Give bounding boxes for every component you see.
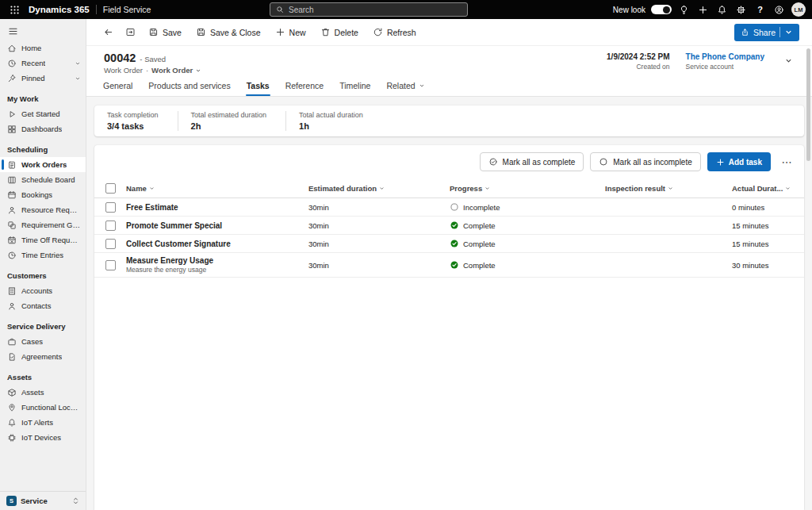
service-account-link[interactable]: The Phone Company: [686, 52, 764, 61]
row-checkbox[interactable]: [105, 220, 116, 231]
progress-cell[interactable]: Complete: [450, 239, 605, 248]
column-header-estimated-duration[interactable]: Estimated duration: [308, 184, 450, 193]
sidebar-item-recent[interactable]: Recent: [0, 56, 86, 71]
column-header-progress[interactable]: Progress: [450, 184, 605, 193]
chevron-down-icon: [419, 82, 425, 89]
tab-timeline[interactable]: Timeline: [332, 77, 377, 96]
person-icon[interactable]: [772, 2, 786, 17]
site-map-sidebar: Home Recent Pinned My Work Get Started D…: [0, 19, 86, 510]
scrollbar-thumb[interactable]: [806, 48, 810, 161]
sidebar-item-time-entries[interactable]: Time Entries: [0, 247, 86, 263]
sidebar-item-pinned[interactable]: Pinned: [0, 71, 86, 86]
task-name[interactable]: Promote Summer Special: [126, 221, 308, 230]
sidebar-item-label: Contacts: [21, 301, 52, 310]
mark-all-incomplete-button[interactable]: Mark all as incomplete: [590, 152, 700, 171]
delete-button[interactable]: Delete: [314, 22, 365, 43]
sidebar-item-label: Accounts: [21, 286, 52, 295]
save-and-close-button[interactable]: Save & Close: [190, 22, 267, 43]
help-icon[interactable]: ?: [753, 2, 767, 17]
sidebar-item-iot-devices[interactable]: IoT Devices: [0, 430, 86, 445]
sidebar-item-schedule-board[interactable]: Schedule Board: [0, 172, 86, 187]
app-launcher-button[interactable]: [6, 2, 22, 17]
assets-icon: [7, 388, 17, 397]
sort-chevron-icon: [149, 186, 155, 191]
sidebar-item-functional-locations[interactable]: Functional Locations: [0, 400, 86, 415]
stat-label: Task completion: [107, 111, 159, 119]
sidebar-item-label: Dashboards: [21, 125, 62, 133]
avatar[interactable]: LM: [791, 2, 806, 17]
tab-label: General: [103, 81, 132, 90]
sidebar-item-dashboards[interactable]: Dashboards: [0, 121, 86, 136]
form-selector[interactable]: Work Order: [151, 66, 201, 75]
progress-cell[interactable]: Incomplete: [450, 202, 605, 212]
sidebar-item-contacts[interactable]: Contacts: [0, 298, 86, 313]
row-checkbox[interactable]: [105, 202, 116, 213]
collapse-header-button[interactable]: [780, 52, 796, 68]
sidebar-item-get-started[interactable]: Get Started: [0, 106, 86, 121]
search-box[interactable]: [270, 2, 468, 17]
new-button[interactable]: New: [269, 22, 312, 43]
progress-cell[interactable]: Complete: [450, 260, 605, 270]
service-account-field: The Phone Company Service account: [686, 52, 764, 71]
get-started-icon: [7, 109, 17, 119]
sidebar-item-time-off-requests[interactable]: Time Off Requests: [0, 232, 86, 247]
home-icon: [7, 44, 17, 53]
sidebar-item-requirement-groups[interactable]: Requirement Groups: [0, 217, 86, 232]
sidebar-item-work-orders[interactable]: Work Orders: [0, 157, 86, 172]
new-look-toggle[interactable]: [651, 5, 672, 14]
share-button[interactable]: Share: [734, 24, 799, 41]
row-checkbox[interactable]: [105, 260, 116, 270]
tab-label: Related: [386, 81, 415, 90]
gear-icon[interactable]: [734, 2, 748, 17]
sidebar-item-accounts[interactable]: Accounts: [0, 283, 86, 298]
refresh-button[interactable]: Refresh: [366, 22, 423, 43]
tab-tasks[interactable]: Tasks: [239, 77, 277, 96]
more-commands-button[interactable]: ⋯: [777, 152, 796, 171]
column-header-actual-duration[interactable]: Actual Durat...: [732, 184, 804, 193]
tab-reference[interactable]: Reference: [278, 77, 331, 96]
progress-label: Complete: [463, 261, 496, 270]
task-name[interactable]: Measure Energy Usage Measure the energy …: [126, 256, 308, 274]
search-input[interactable]: [289, 6, 462, 14]
vertical-scrollbar[interactable]: [806, 21, 811, 508]
column-header-name[interactable]: Name: [126, 184, 308, 193]
sidebar-item-resource-requirements[interactable]: Resource Requireme...: [0, 202, 86, 217]
select-all-checkbox[interactable]: [105, 183, 116, 194]
save-icon: [148, 27, 159, 37]
sidebar-item-label: Get Started: [21, 109, 60, 118]
lightbulb-icon[interactable]: [677, 2, 691, 17]
task-name[interactable]: Collect Customer Signature: [126, 240, 308, 248]
sidebar-item-label: IoT Alerts: [21, 418, 53, 427]
mark-all-complete-button[interactable]: Mark all as complete: [480, 152, 584, 171]
expand-button[interactable]: [120, 22, 140, 43]
bell-icon[interactable]: [715, 2, 729, 17]
sidebar-item-home[interactable]: Home: [0, 40, 86, 56]
save-button[interactable]: Save: [142, 22, 188, 43]
add-task-button[interactable]: Add task: [707, 152, 771, 171]
tab-products-and-services[interactable]: Products and services: [141, 77, 237, 96]
area-label: Service: [21, 497, 48, 505]
tab-related[interactable]: Related: [379, 77, 431, 96]
sidebar-item-assets[interactable]: Assets: [0, 385, 86, 400]
app-title[interactable]: Dynamics 365: [29, 5, 90, 14]
sidebar-item-label: Schedule Board: [21, 175, 75, 184]
area-switcher[interactable]: S Service: [0, 491, 86, 510]
task-name[interactable]: Free Estimate: [126, 203, 308, 212]
collapse-sitemap-button[interactable]: [0, 21, 26, 40]
mark-all-complete-label: Mark all as complete: [503, 158, 576, 167]
environment-name[interactable]: Field Service: [103, 5, 151, 14]
sidebar-item-label: Recent: [21, 59, 45, 67]
sidebar-item-iot-alerts[interactable]: IoT Alerts: [0, 415, 86, 430]
add-icon[interactable]: [696, 2, 710, 17]
sidebar-item-agreements[interactable]: Agreements: [0, 349, 86, 364]
sidebar-item-bookings[interactable]: Bookings: [0, 187, 86, 202]
add-task-label: Add task: [729, 158, 762, 167]
tab-general[interactable]: General: [96, 77, 140, 96]
chevron-down-icon: [75, 75, 81, 82]
back-button[interactable]: [98, 22, 118, 43]
progress-cell[interactable]: Complete: [450, 220, 605, 230]
entity-type: Work Order: [104, 66, 143, 75]
sidebar-item-cases[interactable]: Cases: [0, 334, 86, 349]
column-header-inspection-result[interactable]: Inspection result: [605, 184, 732, 193]
row-checkbox[interactable]: [105, 239, 116, 249]
